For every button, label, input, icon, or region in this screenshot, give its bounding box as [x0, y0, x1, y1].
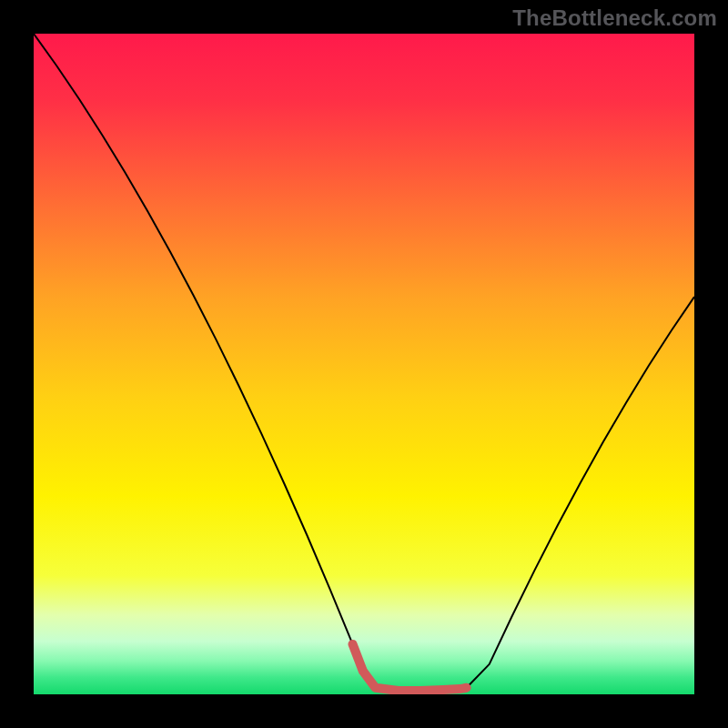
plot-svg	[0, 0, 728, 728]
chart-stage: TheBottleneck.com	[0, 0, 728, 728]
gradient-background	[34, 34, 694, 694]
